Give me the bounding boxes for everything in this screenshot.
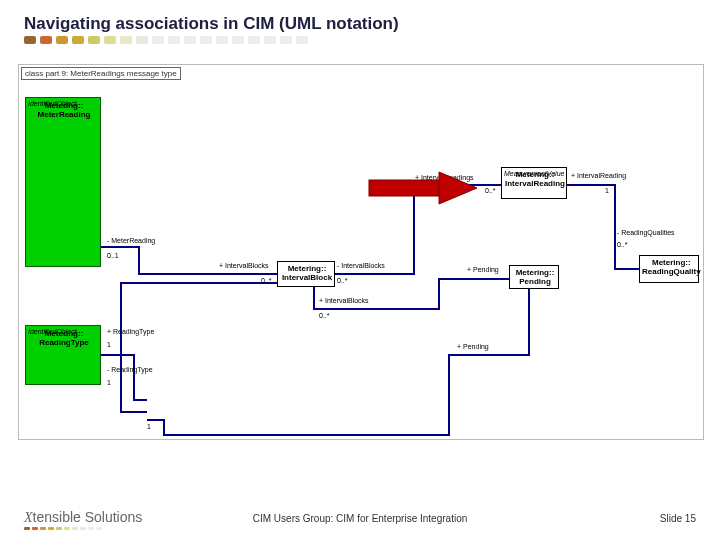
- class-name: Metering:: IntervalBlock: [280, 264, 334, 282]
- uml-diagram: class part 9: MeterReadings message type…: [18, 64, 704, 440]
- class-interval-reading: MeasurementValue Metering:: IntervalRead…: [501, 167, 567, 199]
- class-name: Metering:: IntervalReading: [504, 170, 566, 188]
- role-label: + IntervalBlocks: [219, 262, 269, 269]
- mult-label: 0..*: [261, 277, 272, 284]
- role-label: + IntervalBlocks: [319, 297, 369, 304]
- class-meter-reading: IdentifiedObject Metering:: MeterReading: [25, 97, 101, 267]
- class-name: Metering:: ReadingType: [28, 329, 100, 347]
- role-label: - MeterReading: [107, 237, 155, 244]
- package-label: class part 9: MeterReadings message type: [21, 67, 181, 80]
- title-underline-dashes: [24, 36, 720, 44]
- mult-label: 0..*: [485, 187, 496, 194]
- mult-label: 0..*: [617, 241, 628, 248]
- role-label: + Pending: [467, 266, 499, 273]
- svg-marker-1: [439, 172, 477, 204]
- class-reading-quality: Metering:: ReadingQuality: [639, 255, 699, 283]
- uml-connectors: [19, 65, 703, 439]
- footer-center: CIM Users Group: CIM for Enterprise Inte…: [0, 513, 720, 524]
- slide-number: Slide 15: [660, 513, 696, 524]
- class-interval-block: Metering:: IntervalBlock: [277, 261, 335, 287]
- class-name: Metering:: Pending: [512, 268, 558, 286]
- mult-label: 0..*: [337, 277, 348, 284]
- class-name: Metering:: MeterReading: [28, 101, 100, 119]
- footer: Xtensible Solutions CIM Users Group: CIM…: [0, 490, 720, 540]
- role-label: + IntervalReading: [571, 172, 626, 179]
- mult-label: 1: [147, 423, 151, 430]
- mult-label: 1: [605, 187, 609, 194]
- slide-title: Navigating associations in CIM (UML nota…: [0, 0, 720, 36]
- class-name: Metering:: ReadingQuality: [642, 258, 701, 276]
- logo-underline: [24, 527, 102, 530]
- role-label: - ReadingQualities: [617, 229, 675, 236]
- class-pending: Metering:: Pending: [509, 265, 559, 289]
- class-reading-type: IdentifiedObject Metering:: ReadingType: [25, 325, 101, 385]
- role-label: + Pending: [457, 343, 489, 350]
- role-label: - IntervalBlocks: [337, 262, 385, 269]
- mult-label: 0..*: [319, 312, 330, 319]
- mult-label: 1: [107, 341, 111, 348]
- svg-rect-0: [369, 180, 439, 196]
- role-label: + ReadingType: [107, 328, 154, 335]
- role-label: - ReadingType: [107, 366, 153, 373]
- mult-label: 0..1: [107, 252, 119, 259]
- mult-label: 1: [107, 379, 111, 386]
